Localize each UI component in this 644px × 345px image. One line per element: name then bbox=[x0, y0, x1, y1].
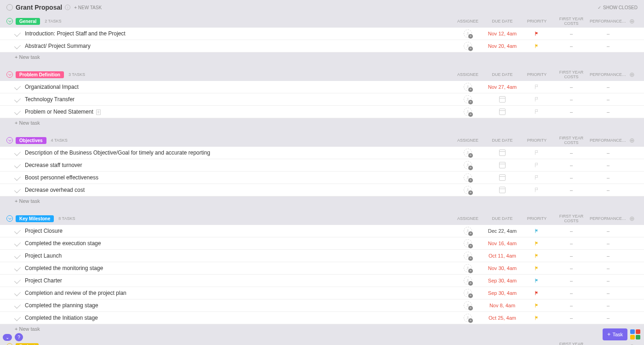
calendar-icon[interactable] bbox=[499, 109, 506, 115]
priority-flag-icon[interactable] bbox=[534, 187, 540, 193]
col-head-firstyear[interactable]: FIRST YEAR COSTS bbox=[553, 70, 590, 79]
performance-cell[interactable]: – bbox=[590, 303, 627, 308]
first-year-cost[interactable]: – bbox=[553, 175, 590, 180]
group-label[interactable]: General bbox=[16, 18, 40, 25]
priority-flag-icon[interactable] bbox=[534, 162, 540, 168]
task-name[interactable]: Introduction: Project Staff and the Proj… bbox=[25, 30, 452, 37]
task-row[interactable]: Project Closure+Dec 22, 4am–– bbox=[0, 225, 644, 237]
task-row[interactable]: Introduction: Project Staff and the Proj… bbox=[0, 28, 644, 40]
performance-cell[interactable]: – bbox=[590, 253, 627, 259]
first-year-cost[interactable]: – bbox=[553, 315, 590, 321]
performance-cell[interactable]: – bbox=[590, 241, 627, 246]
task-row[interactable]: Problem or Need Statement+–– bbox=[0, 106, 644, 118]
performance-cell[interactable]: – bbox=[590, 162, 627, 168]
task-name[interactable]: Organizational Impact bbox=[25, 84, 452, 90]
due-date-text[interactable]: Sep 30, 4am bbox=[488, 290, 517, 296]
performance-cell[interactable]: – bbox=[590, 97, 627, 102]
calendar-icon[interactable] bbox=[499, 150, 506, 156]
task-name[interactable]: Abstract/ Project Summary bbox=[25, 43, 452, 49]
new-task-fab-button[interactable]: +Task bbox=[603, 328, 627, 340]
col-head-priority[interactable]: PRIORITY bbox=[521, 216, 553, 221]
task-check-icon[interactable] bbox=[14, 187, 21, 193]
col-head-assignee[interactable]: ASSIGNEE bbox=[452, 19, 484, 23]
assignee-icon[interactable]: + bbox=[464, 301, 472, 310]
task-name[interactable]: Completed the Initiation stage bbox=[25, 315, 452, 321]
performance-cell[interactable]: – bbox=[590, 265, 627, 271]
bottom-pill-button[interactable]: ⌄ bbox=[3, 334, 12, 341]
assignee-icon[interactable]: + bbox=[464, 239, 472, 247]
calendar-icon[interactable] bbox=[499, 187, 506, 193]
performance-cell[interactable]: – bbox=[590, 150, 627, 155]
col-head-performance[interactable]: PERFORMANCE M... bbox=[590, 19, 627, 23]
priority-flag-icon[interactable] bbox=[534, 290, 540, 296]
task-check-icon[interactable] bbox=[14, 302, 21, 309]
due-date-text[interactable]: Dec 22, 4am bbox=[488, 228, 517, 234]
add-column-button[interactable]: ⊕ bbox=[627, 137, 638, 144]
due-date-text[interactable]: Sep 30, 4am bbox=[488, 278, 517, 283]
task-check-icon[interactable] bbox=[14, 30, 21, 37]
bottom-circle-button[interactable]: ? bbox=[15, 333, 23, 341]
performance-cell[interactable]: – bbox=[590, 84, 627, 90]
priority-flag-icon[interactable] bbox=[534, 228, 540, 234]
collapse-icon[interactable] bbox=[6, 71, 13, 78]
col-head-duedate[interactable]: DUE DATE bbox=[484, 216, 521, 221]
assignee-icon[interactable]: + bbox=[464, 149, 472, 157]
task-row[interactable]: Decrease overhead cost+–– bbox=[0, 184, 644, 196]
assignee-icon[interactable]: + bbox=[464, 29, 472, 38]
new-task-row[interactable]: + New task bbox=[0, 324, 644, 334]
task-check-icon[interactable] bbox=[14, 174, 21, 181]
first-year-cost[interactable]: – bbox=[553, 241, 590, 246]
calendar-icon[interactable] bbox=[499, 174, 506, 181]
col-head-duedate[interactable]: DUE DATE bbox=[484, 19, 521, 23]
collapse-icon[interactable] bbox=[6, 343, 13, 345]
due-date-text[interactable]: Nov 8, 4am bbox=[489, 303, 515, 308]
group-label[interactable]: Objectives bbox=[16, 137, 46, 144]
col-head-priority[interactable]: PRIORITY bbox=[521, 138, 553, 143]
task-check-icon[interactable] bbox=[14, 150, 21, 156]
col-head-performance[interactable]: PERFORMANCE M... bbox=[590, 216, 627, 221]
col-head-firstyear[interactable]: FIRST YEAR COSTS bbox=[553, 136, 590, 145]
add-column-button[interactable]: ⊕ bbox=[627, 343, 638, 345]
task-check-icon[interactable] bbox=[14, 84, 21, 90]
first-year-cost[interactable]: – bbox=[553, 162, 590, 168]
info-icon[interactable]: i bbox=[65, 5, 70, 10]
first-year-cost[interactable]: – bbox=[553, 97, 590, 102]
add-column-button[interactable]: ⊕ bbox=[627, 215, 638, 222]
task-check-icon[interactable] bbox=[14, 277, 21, 284]
assignee-icon[interactable]: + bbox=[464, 161, 472, 169]
first-year-cost[interactable]: – bbox=[553, 303, 590, 308]
task-name[interactable]: Completed the monitoring stage bbox=[25, 265, 452, 271]
task-name[interactable]: Description of the Business Objective/Go… bbox=[25, 150, 452, 156]
collapse-icon[interactable] bbox=[6, 215, 13, 222]
task-row[interactable]: Technology Transfer+–– bbox=[0, 93, 644, 106]
performance-cell[interactable]: – bbox=[590, 109, 627, 115]
assignee-icon[interactable]: + bbox=[464, 173, 472, 182]
task-check-icon[interactable] bbox=[14, 253, 21, 259]
task-check-icon[interactable] bbox=[14, 109, 21, 115]
col-head-duedate[interactable]: DUE DATE bbox=[484, 72, 521, 77]
new-task-row[interactable]: + New task bbox=[0, 196, 644, 206]
show-closed-button[interactable]: ✓SHOW CLOSED bbox=[598, 5, 638, 10]
task-name[interactable]: Decrease overhead cost bbox=[25, 187, 452, 193]
task-row[interactable]: Project Charter+Sep 30, 4am–– bbox=[0, 275, 644, 287]
task-row[interactable]: Description of the Business Objective/Go… bbox=[0, 147, 644, 159]
task-check-icon[interactable] bbox=[14, 240, 21, 247]
task-row[interactable]: Completion and review of the project pla… bbox=[0, 287, 644, 299]
performance-cell[interactable]: – bbox=[590, 43, 627, 49]
assignee-icon[interactable]: + bbox=[464, 227, 472, 235]
task-check-icon[interactable] bbox=[14, 162, 21, 168]
performance-cell[interactable]: – bbox=[590, 278, 627, 283]
priority-flag-icon[interactable] bbox=[534, 253, 540, 259]
performance-cell[interactable]: – bbox=[590, 228, 627, 234]
col-head-assignee[interactable]: ASSIGNEE bbox=[452, 72, 484, 77]
task-name[interactable]: Project Charter bbox=[25, 277, 452, 284]
group-label[interactable]: Problem Definition bbox=[16, 71, 64, 78]
performance-cell[interactable]: – bbox=[590, 290, 627, 296]
calendar-icon[interactable] bbox=[499, 162, 506, 168]
performance-cell[interactable]: – bbox=[590, 187, 627, 193]
new-task-top-button[interactable]: + NEW TASK bbox=[74, 5, 102, 10]
due-date-text[interactable]: Nov 12, 4am bbox=[488, 31, 517, 36]
task-check-icon[interactable] bbox=[14, 228, 21, 234]
apps-grid-icon[interactable] bbox=[630, 329, 640, 339]
new-task-row[interactable]: + New task bbox=[0, 118, 644, 127]
